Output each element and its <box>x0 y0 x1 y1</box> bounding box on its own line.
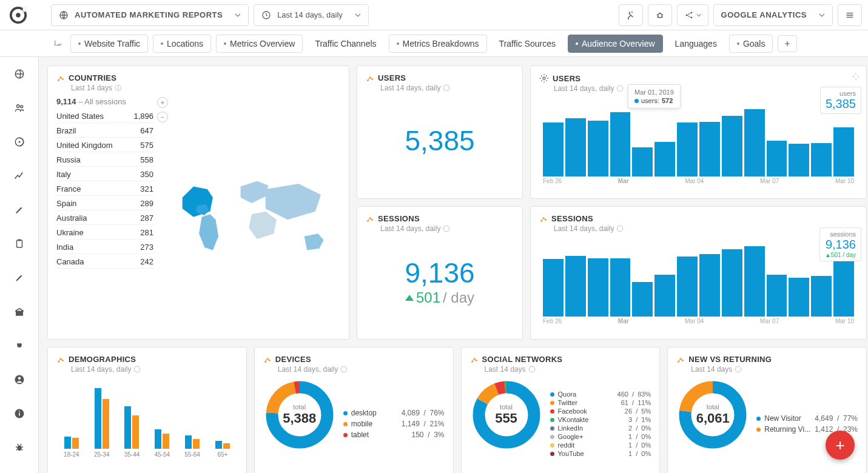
ga-icon <box>56 74 65 82</box>
menu-button[interactable] <box>838 4 862 26</box>
legend-row: VKontakte3 / 1% <box>550 416 651 423</box>
svg-point-10 <box>16 105 19 108</box>
x-tick: Mar 07 <box>760 178 779 189</box>
card-subtitle: Last 14 days, daily <box>554 84 614 93</box>
nav-debug[interactable] <box>7 438 32 457</box>
x-tick: Mar 04 <box>685 318 704 329</box>
tab-label: Metrics Overview <box>230 39 295 49</box>
bar <box>789 144 809 176</box>
collapse-button[interactable]: − <box>157 112 168 122</box>
country-row[interactable]: United States1,896 <box>56 109 153 123</box>
country-row[interactable]: Brazil647 <box>56 123 153 138</box>
country-name: Russia <box>56 155 81 164</box>
bar <box>565 256 586 317</box>
tab-label: Locations <box>167 39 203 49</box>
country-value: 273 <box>140 243 153 252</box>
nav-bank[interactable] <box>7 302 32 321</box>
trend-icon <box>14 170 25 181</box>
country-name: Spain <box>56 199 76 208</box>
legend-row: YouTube1 / 0% <box>550 450 651 457</box>
gear-icon[interactable] <box>539 73 549 83</box>
card-countries: COUNTRIES Last 14 days 9,114 – All sessi… <box>47 65 349 340</box>
svg-point-41 <box>444 226 450 232</box>
tab-metrics-overview[interactable]: Metrics Overview <box>216 35 303 53</box>
bug-button[interactable] <box>648 4 672 26</box>
country-row[interactable]: Russia558 <box>56 152 153 167</box>
country-row[interactable]: France321 <box>56 181 153 196</box>
legend-name: Twitter <box>558 399 617 406</box>
tab-traffic-channels[interactable]: Traffic Channels <box>308 35 383 52</box>
country-row[interactable]: Spain289 <box>56 196 153 210</box>
country-value: 287 <box>140 213 153 223</box>
tab-languages[interactable]: Languages <box>668 35 724 52</box>
plug-button[interactable] <box>619 4 643 26</box>
tab-label: Languages <box>675 39 717 49</box>
legend-name: Quora <box>558 391 614 398</box>
card-users-number: USERS Last 14 days, daily 5,385 <box>357 65 523 199</box>
x-tick: Mar <box>618 318 629 329</box>
ga-icon <box>470 355 479 364</box>
move-icon[interactable] <box>852 72 860 81</box>
chip-value: 9,136 <box>825 238 856 252</box>
bar <box>654 275 675 317</box>
svg-point-5 <box>658 13 662 18</box>
nav-target[interactable] <box>7 132 32 152</box>
svg-point-35 <box>444 85 450 91</box>
nav-edit[interactable] <box>7 200 32 220</box>
svg-point-7 <box>690 12 692 13</box>
tab-goals[interactable]: Goals <box>729 35 773 53</box>
tab-traffic-sources[interactable]: Traffic Sources <box>492 35 563 52</box>
bank-icon <box>14 306 25 317</box>
card-subtitle: Last 14 days, daily <box>71 365 131 374</box>
country-row[interactable]: Ukraine281 <box>56 225 153 240</box>
card-title: DEVICES <box>275 355 311 364</box>
tab-locations[interactable]: Locations <box>153 35 211 53</box>
country-row[interactable]: United Kingdom575 <box>56 138 153 152</box>
nav-trend[interactable] <box>7 166 32 186</box>
legend-numbers: 26 / 5% <box>625 408 651 415</box>
info-icon <box>443 84 450 92</box>
nav-globe[interactable] <box>7 64 32 84</box>
chevron-down-icon <box>355 12 361 18</box>
nav-clipboard[interactable] <box>7 234 32 253</box>
bar <box>833 127 854 176</box>
report-dropdown[interactable]: AUTOMATED MARKETING REPORTS <box>51 4 249 26</box>
country-name: India <box>56 243 73 252</box>
legend-dot <box>550 418 554 422</box>
x-tick: Feb 26 <box>543 178 562 189</box>
svg-point-37 <box>617 86 624 92</box>
account-dropdown[interactable]: GOOGLE ANALYTICS <box>713 4 833 26</box>
tab-website-traffic[interactable]: Website Traffic <box>70 35 148 53</box>
users-value: 5,385 <box>405 124 474 157</box>
nav-info[interactable] <box>7 404 32 423</box>
expand-button[interactable]: + <box>157 97 168 108</box>
nav-plug[interactable] <box>7 336 32 355</box>
legend-numbers: 3 / 1% <box>628 416 651 423</box>
card-social: SOCIAL NETWORKS Last 14 days total555 Qu… <box>461 347 661 473</box>
country-row[interactable]: Canada242 <box>56 254 153 269</box>
legend-dot <box>343 433 348 437</box>
country-row[interactable]: India273 <box>56 240 153 254</box>
nav-account[interactable] <box>7 370 32 389</box>
country-row[interactable]: Australia287 <box>56 210 153 225</box>
country-name: France <box>56 184 81 193</box>
bar <box>543 122 564 176</box>
tab-audience-overview[interactable]: Audience Overview <box>568 35 663 53</box>
devices-legend: desktop4,089 / 76%mobile1,149 / 21%table… <box>343 378 445 469</box>
tooltip-name: users: <box>641 97 659 104</box>
add-widget-fab[interactable]: + <box>826 431 855 460</box>
tab-metrics-breakdowns[interactable]: Metrics Breakdowns <box>389 35 487 53</box>
bar <box>588 258 608 317</box>
add-tab-button[interactable] <box>778 35 797 52</box>
breadcrumb-icon <box>53 39 63 49</box>
ga-icon <box>366 215 374 223</box>
nav-people[interactable] <box>7 98 32 118</box>
ga-icon <box>366 74 374 82</box>
devices-donut: total5,388 <box>263 378 336 451</box>
share-button[interactable] <box>677 4 708 26</box>
daterange-dropdown[interactable]: Last 14 days, daily <box>254 4 369 26</box>
bar <box>833 261 854 317</box>
country-row[interactable]: Italy350 <box>56 167 153 181</box>
app-logo[interactable] <box>7 4 29 26</box>
nav-brush[interactable] <box>7 268 32 287</box>
